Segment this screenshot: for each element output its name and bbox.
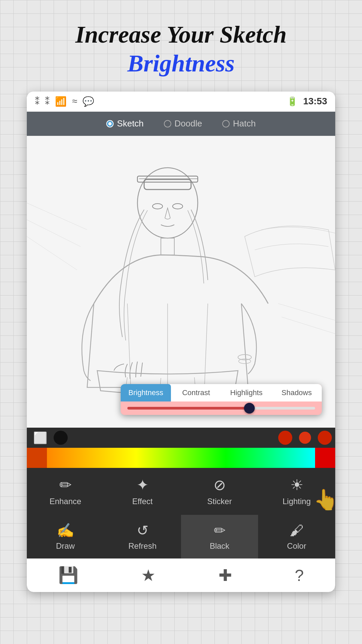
chat-icon: 💬 [82,96,94,107]
color-swatch-row[interactable] [27,448,335,468]
radio-sketch [106,120,114,127]
tab-doodle-label: Doodle [175,118,202,129]
refresh-label: Refresh [128,541,157,551]
nav-add[interactable]: ✚ [219,566,232,585]
header-title-line1: Increase Your Sketch [13,20,349,49]
battery-icon: 🔋 [287,96,298,107]
refresh-icon: ↺ [137,522,148,539]
brightness-slider[interactable] [127,407,315,410]
tool-refresh[interactable]: ↺ Refresh [104,515,181,558]
page-wrapper: Increase Your Sketch Brightness ⁑ ⁑ 📶 ≈ … [0,0,362,644]
header-area: Increase Your Sketch Brightness [0,0,362,92]
color-dot-dark[interactable] [54,431,68,445]
effect-icon: ✦ [136,476,149,493]
sticker-icon: ⊘ [214,476,226,493]
swatch-orange[interactable] [27,448,47,468]
enhance-label: Enhance [50,497,81,506]
layers1-icon: ⁑ [35,96,40,107]
black-icon: ✏ [214,522,226,539]
tool-sticker[interactable]: ⊘ Sticker [181,468,258,515]
eraser-button[interactable]: ⬜ [27,428,54,448]
tab-hatch-label: Hatch [233,118,256,129]
draw-icon: ✍ [57,522,74,539]
header-title-line2: Brightness [13,49,349,78]
brightness-popup: Brightness Contrast Highlights Shadows [121,384,322,415]
brightness-tab-brightness[interactable]: Brightness [121,384,171,401]
swatch-red[interactable] [315,448,335,468]
tab-sketch[interactable]: Sketch [106,118,144,129]
lighting-icon: ☀ [290,476,303,493]
dots-area [68,431,335,445]
tool-color[interactable]: 🖌 Color [258,515,335,558]
bottom-tools-row: ✍ Draw ↺ Refresh ✏ Black 🖌 Color [27,515,335,558]
layers2-icon: ⁑ [45,96,50,107]
color-palette-row: ⬜ Brightness Contrast Highlights Shadows [27,428,335,448]
mode-tabs-bar: Sketch Doodle Hatch [27,112,335,136]
nav-bar: 💾 ★ ✚ ? [27,558,335,592]
brightness-tabs-row: Brightness Contrast Highlights Shadows [121,384,322,401]
toolbar-area: ⬜ Brightness Contrast Highlights Shadows [27,428,335,592]
color-dot-red3[interactable] [318,431,332,445]
brightness-tab-highlights[interactable]: Highlights [221,384,272,401]
hand-cursor-hint: 👆 [313,488,335,512]
tool-effect[interactable]: ✦ Effect [104,468,181,515]
brightness-tab-contrast[interactable]: Contrast [171,384,221,401]
nav-save[interactable]: 💾 [58,566,78,585]
tool-lighting[interactable]: ☀ Lighting 👆 [258,468,335,515]
radio-doodle [164,120,171,127]
waves-icon: ≈ [72,96,77,107]
brightness-tab-shadows[interactable]: Shadows [272,384,322,401]
eraser-icon: ⬜ [33,431,47,444]
clock-display: 13:53 [303,96,327,107]
status-icons-right: 🔋 13:53 [287,96,327,107]
brightness-slider-area[interactable] [121,401,322,415]
swatch-gradient[interactable] [47,448,315,468]
color-dot-red2[interactable] [299,432,311,444]
tab-doodle[interactable]: Doodle [164,118,202,129]
tab-sketch-label: Sketch [117,118,144,129]
status-icons-left: ⁑ ⁑ 📶 ≈ 💬 [35,96,94,107]
main-tools-row: ✏ Enhance ✦ Effect ⊘ Sticker ☀ Lighting … [27,468,335,515]
tool-black[interactable]: ✏ Black [181,515,258,558]
draw-label: Draw [56,541,75,551]
phone-frame: ⁑ ⁑ 📶 ≈ 💬 🔋 13:53 Sketch Doodle [27,92,335,592]
brightness-thumb[interactable] [244,403,255,414]
tab-hatch[interactable]: Hatch [222,118,256,129]
color-dot-red1[interactable] [278,431,292,445]
nav-help[interactable]: ? [295,566,304,585]
effect-label: Effect [132,497,153,506]
color-label: Color [287,541,306,551]
color-icon: 🖌 [290,523,304,539]
tool-enhance[interactable]: ✏ Enhance [27,468,104,515]
black-label: Black [210,541,230,551]
enhance-icon: ✏ [59,476,72,493]
wifi-icon: 📶 [55,96,67,107]
lighting-label: Lighting [283,497,311,506]
sticker-label: Sticker [207,497,232,506]
status-bar: ⁑ ⁑ 📶 ≈ 💬 🔋 13:53 [27,92,335,112]
nav-favorite[interactable]: ★ [141,566,156,585]
tool-draw[interactable]: ✍ Draw [27,515,104,558]
radio-hatch [222,120,230,127]
